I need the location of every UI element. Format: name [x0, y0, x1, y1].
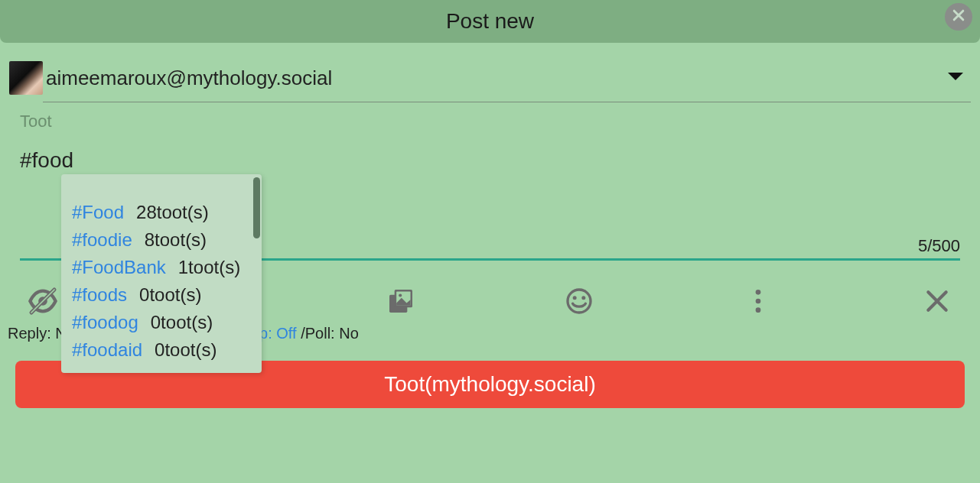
dialog-title: Post new	[446, 9, 534, 34]
close-icon	[922, 286, 952, 319]
char-counter: 5/500	[918, 236, 960, 256]
autocomplete-tag: #FoodBank	[72, 257, 166, 278]
autocomplete-item[interactable]: #foodog 0toot(s)	[72, 309, 251, 336]
autocomplete-tag: #foodaid	[72, 339, 142, 361]
account-selector[interactable]: aimeemaroux@mythology.social	[9, 61, 971, 102]
autocomplete-tag: #foodog	[72, 312, 138, 333]
divider	[43, 102, 971, 102]
svg-point-11	[756, 299, 761, 304]
autocomplete-tag: #foodie	[72, 229, 132, 251]
compose-label: Toot	[20, 112, 960, 131]
svg-point-12	[756, 307, 761, 313]
avatar	[9, 61, 43, 95]
status-poll-label: /Poll:	[301, 325, 339, 342]
autocomplete-count: 1toot(s)	[178, 257, 240, 278]
hashtag-autocomplete: #Food 28toot(s) #foodie 8toot(s) #FoodBa…	[61, 174, 262, 373]
autocomplete-item[interactable]: #foodie 8toot(s)	[72, 226, 251, 254]
image-icon	[386, 286, 416, 319]
eye-off-icon	[28, 286, 58, 319]
more-vert-icon	[743, 286, 773, 319]
autocomplete-count: 28toot(s)	[136, 202, 209, 223]
autocomplete-count: 0toot(s)	[139, 284, 201, 306]
svg-point-8	[573, 296, 577, 300]
status-poll-value: No	[339, 325, 359, 342]
emoji-button[interactable]	[556, 284, 602, 322]
autocomplete-tag: #Food	[72, 202, 124, 223]
autocomplete-item[interactable]: #Food 28toot(s)	[72, 199, 251, 226]
scrollbar-thumb[interactable]	[253, 177, 260, 238]
more-options-button[interactable]	[735, 284, 781, 322]
clear-button[interactable]	[914, 284, 960, 322]
svg-point-9	[582, 296, 586, 300]
status-reply-label: Reply:	[8, 325, 55, 342]
autocomplete-tag: #foods	[72, 284, 127, 306]
account-dropdown-toggle[interactable]	[945, 70, 966, 86]
emoji-icon	[564, 286, 594, 319]
svg-point-6	[399, 293, 402, 297]
svg-point-10	[756, 290, 761, 295]
submit-toot-label: Toot(mythology.social)	[384, 372, 595, 397]
autocomplete-count: 8toot(s)	[145, 229, 207, 251]
attach-media-button[interactable]	[378, 284, 424, 322]
svg-point-7	[568, 290, 591, 313]
chevron-down-icon	[946, 71, 965, 85]
autocomplete-count: 0toot(s)	[155, 339, 217, 361]
title-bar: Post new	[0, 0, 980, 43]
visibility-button[interactable]	[20, 284, 66, 322]
autocomplete-count: 0toot(s)	[151, 312, 213, 333]
autocomplete-item[interactable]: #foods 0toot(s)	[72, 281, 251, 309]
account-handle: aimeemaroux@mythology.social	[46, 66, 945, 90]
autocomplete-item[interactable]: #foodaid 0toot(s)	[72, 336, 251, 364]
close-icon	[951, 8, 966, 26]
autocomplete-item[interactable]: #FoodBank 1toot(s)	[72, 254, 251, 281]
close-button[interactable]	[945, 3, 972, 31]
